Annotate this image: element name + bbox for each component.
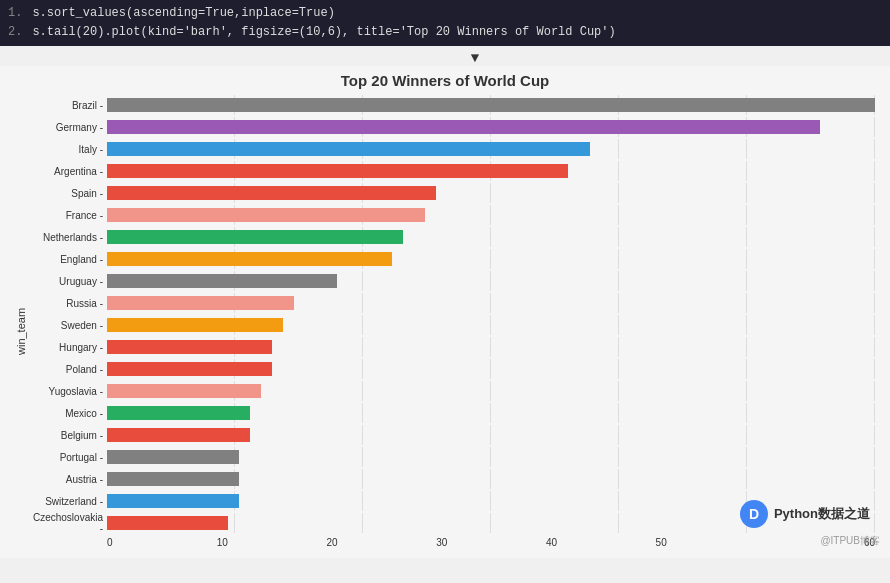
country-label: Russia - <box>29 298 107 309</box>
arrow-indicator: ▼ <box>0 50 890 66</box>
bar <box>107 516 228 530</box>
country-label: Argentina - <box>29 166 107 177</box>
bar-wrapper <box>107 117 875 137</box>
code-line-2: 2. s.tail(20).plot(kind='barh', figsize=… <box>8 23 882 42</box>
bar <box>107 450 239 464</box>
bar <box>107 120 820 134</box>
bar-wrapper <box>107 293 875 313</box>
bar-wrapper <box>107 139 875 159</box>
country-label: Hungary - <box>29 342 107 353</box>
country-label: Switzerland - <box>29 496 107 507</box>
watermark-icon: D <box>740 500 768 528</box>
bar <box>107 164 568 178</box>
bar <box>107 296 294 310</box>
country-label: Portugal - <box>29 452 107 463</box>
bar <box>107 318 283 332</box>
bar <box>107 362 272 376</box>
country-label: Mexico - <box>29 408 107 419</box>
attribution-text: @ITPUB博客 <box>820 534 880 548</box>
bar <box>107 186 436 200</box>
bar-row: Mexico - <box>29 403 875 423</box>
bar-row: Italy - <box>29 139 875 159</box>
bar-row: Yugoslavia - <box>29 381 875 401</box>
country-label: Uruguay - <box>29 276 107 287</box>
bar <box>107 340 272 354</box>
country-label: Italy - <box>29 144 107 155</box>
bar-row: Sweden - <box>29 315 875 335</box>
country-label: France - <box>29 210 107 221</box>
country-label: Brazil - <box>29 100 107 111</box>
bar <box>107 230 403 244</box>
bar-wrapper <box>107 315 875 335</box>
bar <box>107 142 590 156</box>
bar <box>107 428 250 442</box>
bar-wrapper <box>107 359 875 379</box>
x-tick: 30 <box>436 537 546 548</box>
y-axis-label: win_team <box>15 95 27 548</box>
bar-row: Austria - <box>29 469 875 489</box>
bar-row: England - <box>29 249 875 269</box>
country-label: Netherlands - <box>29 232 107 243</box>
x-tick: 0 <box>107 537 217 548</box>
bar-wrapper <box>107 249 875 269</box>
x-tick: 40 <box>546 537 656 548</box>
bar-row: Netherlands - <box>29 227 875 247</box>
bar <box>107 274 337 288</box>
bar-wrapper <box>107 205 875 225</box>
bar <box>107 384 261 398</box>
bar-wrapper <box>107 227 875 247</box>
bar-row: Russia - <box>29 293 875 313</box>
bar-wrapper <box>107 161 875 181</box>
bar-row: Argentina - <box>29 161 875 181</box>
bar-row: Portugal - <box>29 447 875 467</box>
bar-row: Uruguay - <box>29 271 875 291</box>
code-line-1: 1. s.sort_values(ascending=True,inplace=… <box>8 4 882 23</box>
bar-wrapper <box>107 469 875 489</box>
bar-wrapper <box>107 183 875 203</box>
bar <box>107 98 875 112</box>
x-tick: 10 <box>217 537 327 548</box>
country-label: Sweden - <box>29 320 107 331</box>
bar-row: France - <box>29 205 875 225</box>
bar-wrapper <box>107 381 875 401</box>
bar-row: Brazil - <box>29 95 875 115</box>
country-label: Belgium - <box>29 430 107 441</box>
bar <box>107 472 239 486</box>
bar-wrapper <box>107 337 875 357</box>
country-label: England - <box>29 254 107 265</box>
bar-wrapper <box>107 95 875 115</box>
bar-wrapper <box>107 403 875 423</box>
chart-title: Top 20 Winners of World Cup <box>341 72 549 89</box>
watermark-text: Python数据之道 <box>774 505 870 523</box>
bar <box>107 208 425 222</box>
bar-row: Spain - <box>29 183 875 203</box>
code-section: 1. s.sort_values(ascending=True,inplace=… <box>0 0 890 46</box>
country-label: Czechoslovakia - <box>29 512 107 534</box>
bar-wrapper <box>107 271 875 291</box>
bar-row: Belgium - <box>29 425 875 445</box>
country-label: Yugoslavia - <box>29 386 107 397</box>
country-label: Austria - <box>29 474 107 485</box>
bar-row: Poland - <box>29 359 875 379</box>
country-label: Poland - <box>29 364 107 375</box>
bar-wrapper <box>107 425 875 445</box>
country-label: Germany - <box>29 122 107 133</box>
bar-row: Hungary - <box>29 337 875 357</box>
bar-row: Germany - <box>29 117 875 137</box>
chart-container: Top 20 Winners of World Cup win_team Bra… <box>0 66 890 558</box>
bar <box>107 406 250 420</box>
x-tick: 50 <box>656 537 766 548</box>
bar <box>107 494 239 508</box>
x-tick: 20 <box>326 537 436 548</box>
country-label: Spain - <box>29 188 107 199</box>
watermark: D Python数据之道 <box>740 500 870 528</box>
bar <box>107 252 392 266</box>
bar-wrapper <box>107 447 875 467</box>
